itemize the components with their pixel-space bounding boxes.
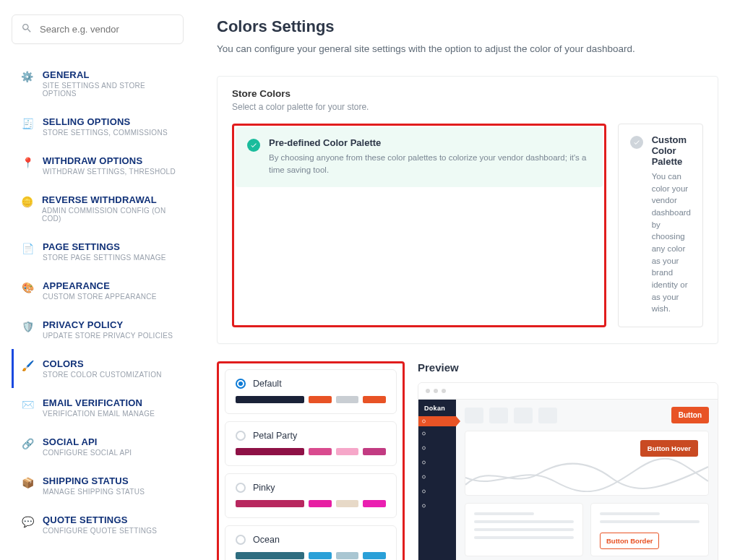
- predefined-highlight: Pre-defined Color Palette By choosing an…: [232, 124, 606, 327]
- sidebar-item-subtitle: STORE PAGE SETTINGS MANAGE: [43, 254, 166, 262]
- palette-name: Pinky: [253, 483, 275, 493]
- palette-list-highlight: DefaultPetal PartyPinkyOceanSweetySummer…: [217, 361, 405, 560]
- sidebar-item-title: EMAIL VERIFICATION: [43, 397, 155, 408]
- sidebar-item-withdraw[interactable]: 📍WITHDRAW OPTIONSWITHDRAW SETTINGS, THRE…: [12, 146, 184, 185]
- sidebar-item-subtitle: CUSTOM STORE APPEARANCE: [43, 293, 157, 301]
- preview-chart-icon: [465, 456, 708, 492]
- check-icon: [247, 139, 260, 152]
- radio-icon: [236, 535, 246, 545]
- page-icon: 📄: [21, 242, 34, 255]
- palette-option[interactable]: Ocean: [225, 525, 397, 560]
- sidebar-item-appearance[interactable]: 🎨APPEARANCECUSTOM STORE APPEARANCE: [12, 271, 184, 310]
- search-input[interactable]: [40, 24, 174, 35]
- preview-nav-item: [418, 426, 456, 441]
- sidebar-item-title: SELLING OPTIONS: [43, 116, 168, 127]
- palette-option[interactable]: Pinky: [225, 473, 397, 518]
- radio-icon: [236, 379, 246, 389]
- preview-column: Preview Dokan: [418, 361, 718, 560]
- sidebar-item-subtitle: CONFIGURE SOCIAL API: [43, 449, 132, 457]
- sidebar-item-shipping[interactable]: 📦SHIPPING STATUSMANAGE SHIPPING STATUS: [12, 466, 184, 505]
- radio-icon: [236, 483, 246, 493]
- sidebar-item-title: REVERSE WITHDRAWAL: [42, 194, 179, 205]
- preview-header-placeholder: [514, 408, 533, 423]
- check-icon: [630, 136, 643, 149]
- sidebar-item-privacy[interactable]: 🛡️PRIVACY POLICYUPDATE STORE PRIVACY POL…: [12, 310, 184, 349]
- palette-option[interactable]: Default: [225, 369, 397, 414]
- sidebar-item-title: PRIVACY POLICY: [43, 319, 173, 330]
- sidebar-item-title: GENERAL: [43, 69, 179, 80]
- sidebar-item-subtitle: STORE COLOR CUSTOMIZATION: [43, 371, 162, 379]
- colors-icon: 🖌️: [21, 359, 34, 372]
- preview-window-bar: [418, 383, 718, 400]
- palette-swatches: [236, 500, 386, 507]
- sidebar-item-title: QUOTE SETTINGS: [43, 514, 157, 525]
- palette-option[interactable]: Petal Party: [225, 421, 397, 466]
- sidebar-item-subtitle: WITHDRAW SETTINGS, THRESHOLD: [43, 168, 176, 176]
- privacy-icon: 🛡️: [21, 320, 34, 333]
- preview-border-card: Button Border: [590, 503, 709, 556]
- sidebar-item-page[interactable]: 📄PAGE SETTINGSSTORE PAGE SETTINGS MANAGE: [12, 232, 184, 271]
- search-box[interactable]: [12, 14, 184, 44]
- sidebar-item-subtitle: ADMIN COMMISSION CONFIG (ON COD): [42, 207, 179, 223]
- preview-header: Button: [465, 407, 709, 423]
- sidebar-item-subtitle: CONFIGURE QUOTE SETTINGS: [43, 527, 157, 535]
- sidebar-item-email[interactable]: ✉️EMAIL VERIFICATIONVERIFICATION EMAIL M…: [12, 388, 184, 427]
- preview-header-placeholder: [489, 408, 508, 423]
- choice-custom[interactable]: Custom Color Palette You can color your …: [618, 124, 703, 327]
- main-content: Colors Settings You can configure your g…: [195, 0, 740, 560]
- sidebar-item-title: SOCIAL API: [43, 436, 132, 447]
- preview-chart-card: Button Hover: [465, 431, 709, 496]
- withdraw-icon: 📍: [21, 156, 34, 169]
- window-dots-icon: [426, 389, 710, 393]
- preview-brand: Dokan: [418, 400, 456, 416]
- store-colors-card: Store Colors Select a color palette for …: [217, 76, 718, 344]
- preview-nav-item: [418, 499, 456, 513]
- choice-predefined[interactable]: Pre-defined Color Palette By choosing an…: [236, 127, 603, 187]
- store-colors-hint: Select a color palette for your store.: [232, 102, 703, 112]
- choice-predefined-desc: By choosing anyone from these color pale…: [269, 152, 591, 176]
- sidebar-item-colors[interactable]: 🖌️COLORSSTORE COLOR CUSTOMIZATION: [12, 349, 184, 388]
- preview-nav-item: [418, 484, 456, 499]
- shipping-icon: 📦: [21, 476, 34, 489]
- preview-button-hover: Button Hover: [640, 440, 698, 457]
- sidebar-item-selling[interactable]: 🧾SELLING OPTIONSSTORE SETTINGS, COMMISSI…: [12, 107, 184, 146]
- sidebar-item-title: WITHDRAW OPTIONS: [43, 155, 176, 166]
- social-icon: 🔗: [21, 437, 34, 450]
- palette-name: Petal Party: [253, 431, 297, 441]
- selling-icon: 🧾: [21, 117, 34, 130]
- store-colors-heading: Store Colors: [232, 88, 703, 99]
- preview-header-placeholder: [465, 408, 483, 423]
- quote-icon: 💬: [21, 515, 34, 528]
- sidebar-item-title: SHIPPING STATUS: [43, 475, 145, 486]
- preview-header-placeholder: [538, 408, 557, 423]
- sidebar-item-social[interactable]: 🔗SOCIAL APICONFIGURE SOCIAL API: [12, 427, 184, 466]
- preview-heading: Preview: [418, 361, 718, 374]
- preview-nav-active: [418, 416, 456, 426]
- sidebar-item-title: APPEARANCE: [43, 280, 157, 291]
- preview-main: Button Button Hover: [456, 400, 718, 560]
- choice-predefined-title: Pre-defined Color Palette: [269, 137, 591, 148]
- sidebar-item-title: PAGE SETTINGS: [43, 241, 166, 252]
- sidebar-item-subtitle: VERIFICATION EMAIL MANAGE: [43, 410, 155, 418]
- sidebar-item-quote[interactable]: 💬QUOTE SETTINGSCONFIGURE QUOTE SETTINGS: [12, 505, 184, 544]
- preview-text-card: [465, 503, 583, 556]
- sidebar-item-reverse[interactable]: 🪙REVERSE WITHDRAWALADMIN COMMISSION CONF…: [12, 185, 184, 232]
- preview-sidebar: Dokan: [418, 400, 456, 560]
- sidebar-item-subtitle: UPDATE STORE PRIVACY POLICIES: [43, 332, 173, 340]
- search-icon: [21, 22, 33, 36]
- palette-swatches: [236, 396, 386, 403]
- palette-swatches: [236, 448, 386, 455]
- reverse-icon: 🪙: [21, 195, 33, 208]
- appearance-icon: 🎨: [21, 281, 34, 294]
- general-icon: ⚙️: [21, 70, 34, 83]
- palette-list: DefaultPetal PartyPinkyOceanSweetySummer…: [225, 369, 397, 560]
- email-icon: ✉️: [21, 398, 34, 411]
- settings-nav: ⚙️GENERALSITE SETTINGS AND STORE OPTIONS…: [12, 60, 184, 544]
- preview-nav-item: [418, 470, 456, 484]
- palette-swatches: [236, 552, 386, 559]
- preview-nav-item: [418, 455, 456, 470]
- radio-icon: [236, 431, 246, 441]
- sidebar-item-general[interactable]: ⚙️GENERALSITE SETTINGS AND STORE OPTIONS: [12, 60, 184, 107]
- palette-name: Default: [253, 379, 282, 389]
- choice-custom-desc: You can color your vendor dashboard by c…: [652, 171, 691, 315]
